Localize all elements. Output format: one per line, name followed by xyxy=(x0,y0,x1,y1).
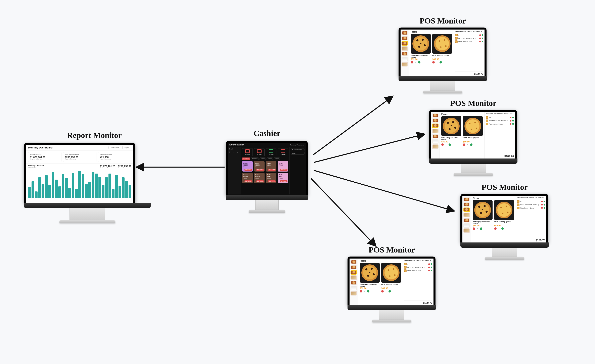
pay-button[interactable]: PAY NOW xyxy=(256,169,264,171)
qty-plus-button[interactable] xyxy=(418,61,420,64)
pay-button[interactable]: PAY NOW xyxy=(280,180,287,182)
product-card[interactable]: Pizza Jamón y Queso $69.90 1 xyxy=(494,200,514,230)
filter-chip[interactable]: Search xyxy=(260,157,266,160)
qty-plus-button[interactable] xyxy=(470,143,473,146)
confirm-line-button[interactable] xyxy=(544,201,545,202)
category-item-active[interactable] xyxy=(351,270,357,275)
confirm-line-button[interactable] xyxy=(431,270,432,271)
category-item[interactable] xyxy=(402,36,408,40)
export-button[interactable]: Export xyxy=(122,146,131,149)
pending-order-pill[interactable]: Pending Order xyxy=(291,148,305,151)
qty-minus-button[interactable] xyxy=(441,143,444,146)
order-card[interactable]: Order #00233 itemsPAY NOW xyxy=(254,161,265,171)
confirm-line-button[interactable] xyxy=(544,204,545,206)
order-card[interactable]: Order #00172 itemsPAY NOW xyxy=(278,173,288,183)
pos-terminal[interactable]: POS-3 xyxy=(266,148,276,156)
qty-plus-button[interactable] xyxy=(480,227,482,230)
category-item[interactable] xyxy=(432,118,439,123)
confirm-line-button[interactable] xyxy=(482,34,483,36)
confirm-line-button[interactable] xyxy=(512,123,514,125)
product-card[interactable]: Pizza Spicy con Doble Queso $69.90 1 xyxy=(411,34,431,64)
qty-minus-button[interactable] xyxy=(411,61,413,64)
sidebar-all[interactable]: All xyxy=(229,150,240,152)
confirm-line-button[interactable] xyxy=(431,267,432,268)
category-item[interactable] xyxy=(463,213,470,217)
remove-line-button[interactable] xyxy=(428,263,430,265)
filter-chip[interactable]: All Orders xyxy=(251,157,259,160)
confirm-line-button[interactable] xyxy=(482,41,483,42)
remove-line-button[interactable] xyxy=(479,41,481,42)
pay-button[interactable]: PAY NOW xyxy=(244,180,252,182)
product-card[interactable]: Pizza Spicy con Doble Queso $69.90 1 xyxy=(473,200,493,230)
order-card[interactable]: Order #00242 itemsPAY NOW xyxy=(242,161,253,171)
product-card[interactable]: Pizza Spicy con Doble Queso $69.90 1 xyxy=(441,116,461,146)
qty-minus-button[interactable] xyxy=(494,227,496,230)
pos-terminal[interactable]: POS-2 xyxy=(254,148,265,156)
remove-line-button[interactable] xyxy=(541,207,543,209)
category-item[interactable] xyxy=(432,134,439,138)
category-item[interactable] xyxy=(402,31,408,35)
category-item[interactable] xyxy=(432,129,439,133)
order-card[interactable]: Order #00221 itemPAY NOW xyxy=(266,161,276,171)
chart-tab[interactable]: Monthly - Revenue xyxy=(28,164,44,166)
filter-chip[interactable]: Search xyxy=(267,157,273,160)
category-item-active[interactable] xyxy=(463,207,470,212)
pay-button[interactable]: PAY NOW xyxy=(280,169,287,171)
qty-minus-button[interactable] xyxy=(381,290,384,293)
category-item[interactable] xyxy=(432,113,439,118)
remove-line-button[interactable] xyxy=(510,123,511,125)
category-item[interactable] xyxy=(351,286,357,290)
order-card[interactable]: Order #00192 itemsPAY NOW xyxy=(254,173,265,183)
category-item[interactable] xyxy=(432,139,439,144)
category-item[interactable] xyxy=(402,52,408,56)
pay-button[interactable]: PAY NOW xyxy=(268,169,276,171)
category-item[interactable] xyxy=(351,291,357,295)
filter-chip[interactable]: Last Order xyxy=(242,157,250,160)
product-card[interactable]: Pizza Jamón y Queso $69.90 1 xyxy=(463,116,483,146)
category-item[interactable] xyxy=(351,275,357,280)
category-item[interactable] xyxy=(463,228,470,233)
pos-terminal[interactable]: POS-4 xyxy=(278,148,288,156)
product-card[interactable]: Pizza Jamón y Queso $69.90 1 xyxy=(381,263,401,293)
confirm-line-button[interactable] xyxy=(512,117,514,118)
product-card[interactable]: Pizza Jamón y Queso $69.90 1 xyxy=(432,34,452,64)
category-item[interactable] xyxy=(463,202,470,207)
qty-plus-button[interactable] xyxy=(501,227,504,230)
pay-button[interactable]: PAY NOW xyxy=(268,180,276,182)
date-range-select[interactable]: Select Date xyxy=(108,146,121,149)
qty-plus-button[interactable] xyxy=(389,290,391,293)
order-card[interactable]: Order #00202 itemsPAY NOW xyxy=(242,173,253,183)
qty-minus-button[interactable] xyxy=(432,61,435,64)
remove-line-button[interactable] xyxy=(510,120,511,121)
category-item[interactable] xyxy=(463,218,470,222)
remove-line-button[interactable] xyxy=(541,204,543,206)
qty-minus-button[interactable] xyxy=(473,227,475,230)
pay-button[interactable]: PAY NOW xyxy=(244,169,252,171)
qty-minus-button[interactable] xyxy=(360,290,362,293)
category-item[interactable] xyxy=(402,46,408,51)
remove-line-button[interactable] xyxy=(510,117,511,118)
category-item[interactable] xyxy=(463,197,470,201)
order-card[interactable]: Order #00183 itemsPAY NOW xyxy=(266,173,276,183)
category-item[interactable] xyxy=(351,260,357,264)
category-item[interactable] xyxy=(351,281,357,285)
category-item[interactable] xyxy=(463,223,470,228)
remove-line-button[interactable] xyxy=(541,201,543,202)
pay-button[interactable]: PAY NOW xyxy=(256,180,264,182)
category-item-active[interactable] xyxy=(432,123,439,128)
remove-line-button[interactable] xyxy=(428,270,430,271)
sidebar-search[interactable]: Search xyxy=(229,148,240,150)
order-card[interactable]: Order #00214 itemsPAY NOW xyxy=(278,161,288,171)
confirm-line-button[interactable] xyxy=(482,38,483,39)
product-card[interactable]: Pizza Spicy con Doble Queso $69.90 1 xyxy=(360,263,380,293)
category-item[interactable] xyxy=(432,144,439,149)
remove-line-button[interactable] xyxy=(428,267,430,268)
qty-minus-button[interactable] xyxy=(463,143,465,146)
confirm-line-button[interactable] xyxy=(431,263,432,265)
qty-plus-button[interactable] xyxy=(439,61,442,64)
category-item[interactable] xyxy=(351,265,357,269)
category-item[interactable] xyxy=(402,62,408,66)
confirm-line-button[interactable] xyxy=(544,207,545,209)
remove-line-button[interactable] xyxy=(479,38,481,39)
pos-terminal[interactable]: POS-1 xyxy=(242,148,253,156)
